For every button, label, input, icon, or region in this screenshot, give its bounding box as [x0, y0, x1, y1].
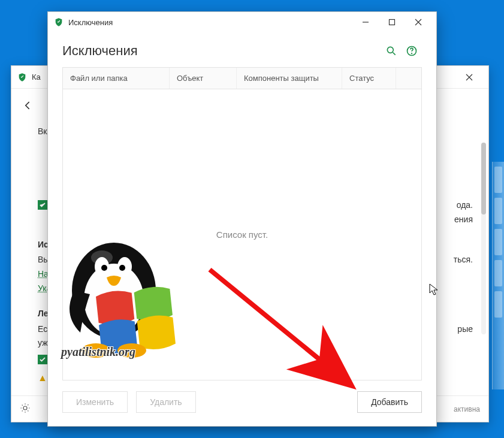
back-button[interactable] [20, 97, 37, 114]
text-fragment: ода. [457, 198, 473, 213]
footer-status: активна [454, 405, 480, 413]
shield-icon [17, 73, 27, 82]
exclusions-window-title: Исключения [68, 18, 352, 27]
search-button[interactable] [381, 41, 402, 61]
exclusions-table: Файл или папка Объект Компоненты защиты … [62, 67, 422, 380]
column-header-object[interactable]: Объект [170, 68, 237, 89]
add-button[interactable]: Добавить [357, 391, 422, 413]
empty-list-message: Список пуст. [216, 229, 268, 240]
text-fragment: ться. [454, 253, 473, 267]
checkbox-checked-icon[interactable] [38, 355, 47, 364]
exclusions-footer: Изменить Удалить Добавить [48, 380, 436, 426]
edit-button: Изменить [62, 391, 128, 413]
svg-point-3 [411, 53, 412, 54]
close-button[interactable] [405, 13, 431, 31]
gear-icon[interactable] [20, 403, 31, 416]
desktop-right-edge [492, 162, 504, 389]
page-title: Исключения [62, 43, 381, 59]
checkbox-checked-icon[interactable] [38, 200, 47, 210]
table-header-row: Файл или папка Объект Компоненты защиты … [63, 68, 421, 89]
parent-close-button[interactable] [456, 68, 482, 86]
delete-button: Удалить [136, 391, 195, 413]
column-header-status[interactable]: Статус [342, 68, 396, 89]
column-header-file[interactable]: Файл или папка [63, 68, 170, 89]
column-header-components[interactable]: Компоненты защиты [237, 68, 342, 89]
svg-point-1 [387, 47, 393, 53]
text-fragment: рые [457, 322, 473, 337]
svg-rect-0 [390, 20, 395, 25]
help-button[interactable] [402, 41, 422, 61]
exclusions-titlebar: Исключения [48, 12, 436, 32]
exclusions-window: Исключения Исключения Файл или папка Объ… [47, 11, 437, 427]
exclusions-header: Исключения [48, 32, 436, 67]
parent-scrollbar[interactable] [481, 143, 486, 334]
table-body: Список пуст. [63, 89, 421, 380]
minimize-button[interactable] [352, 13, 379, 31]
warning-icon: ▲ [38, 373, 47, 383]
column-header-spacer [396, 68, 421, 89]
mouse-cursor-icon [429, 283, 439, 298]
shield-icon [54, 17, 64, 27]
maximize-button[interactable] [379, 13, 405, 31]
